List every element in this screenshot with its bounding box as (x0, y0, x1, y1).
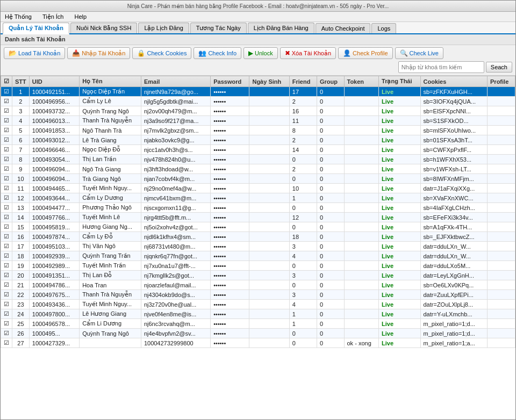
row-checkbox[interactable]: ☑ (1, 329, 12, 338)
row-checkbox[interactable]: ☑ (1, 193, 12, 203)
table-row[interactable]: ☑ 13 1000494477... Phương Thảo Ngô njscx… (1, 203, 515, 213)
table-row[interactable]: ☑ 14 1000497766... Tuyết Minh Lê njrg4tt… (1, 213, 515, 222)
delete-button[interactable]: ✖ Xóa Tài Khoản (280, 47, 336, 59)
table-row[interactable]: ☑ 18 1000492939... Quỳnh Trang Trần njqn… (1, 251, 515, 261)
table-row[interactable]: ☑ 12 1000493644... Cẩm Ly Dương njmcv641… (1, 193, 515, 203)
row-checkbox[interactable]: ☑ (1, 87, 12, 97)
table-row[interactable]: ☑ 3 1000493732... Quỳnh Trang Ngô nj2ov0… (1, 106, 515, 116)
row-checkbox[interactable]: ☑ (1, 290, 12, 300)
table-body: ☑ 1 1000492151... Ngọc Diệp Trần njnetN9… (1, 87, 515, 348)
table-row[interactable]: ☑ 24 1000497800... Lê Hương Giang njve0f… (1, 309, 515, 319)
row-uid: 1000491351... (29, 271, 79, 280)
row-name (80, 338, 141, 348)
row-checkbox[interactable]: ☑ (1, 300, 12, 309)
table-row[interactable]: ☑ 20 1000491351... Thị Lan Đỗ nj7kmgllk2… (1, 271, 515, 280)
menu-system[interactable]: Hệ Thống (3, 12, 34, 21)
table-row[interactable]: ☑ 1 1000492151... Ngọc Diệp Trần njnetN9… (1, 87, 515, 97)
table-row[interactable]: ☑ 25 1000496578... Cẩm Li Dương nj6nc3rc… (1, 319, 515, 329)
row-checkbox[interactable]: ☑ (1, 242, 12, 251)
table-row[interactable]: ☑ 9 1000496094... Ngô Trà Giang nj3hft3h… (1, 164, 515, 174)
row-checkbox[interactable]: ☑ (1, 155, 12, 164)
table-row[interactable]: ☑ 11 1000494465... Tuyết Minh Nguy... nj… (1, 184, 515, 193)
tab-lich-dang[interactable]: Lịch Đăng Bán Hàng (248, 23, 314, 33)
table-row[interactable]: ☑ 8 1000493054... Thị Lan Trần njv478h82… (1, 155, 515, 164)
tab-tuong-tac[interactable]: Tương Tác Ngày (190, 23, 247, 33)
row-status: Live (379, 319, 420, 329)
row-email: njoarzlefaul@mail... (141, 280, 210, 290)
table-row[interactable]: ☑ 19 1000492989... Tuyết Minh Trần nj7xu… (1, 261, 515, 271)
tab-auto-checkpoint[interactable]: Auto Checkpoint (316, 23, 371, 33)
live-label: Check Live (410, 50, 439, 56)
table-row[interactable]: ☑ 6 1000493012... Lê Trà Giang njabko3ov… (1, 135, 515, 145)
table-row[interactable]: ☑ 10 1000496094... Trà Giang Ngô njan7co… (1, 174, 515, 184)
row-friend: 18 (289, 232, 317, 242)
row-checkbox[interactable]: ☑ (1, 213, 12, 222)
row-cookies: sb=zFKFXuHGH... (420, 87, 488, 97)
check-info-button[interactable]: 👥 Check Info (194, 47, 241, 59)
tab-nuoi-nick[interactable]: Nuôi Nick Bằng SSH (70, 23, 137, 33)
table-row[interactable]: ☑ 17 1000495103... Thị Vân Ngô nj68731vt… (1, 242, 515, 251)
import-button[interactable]: 📥 Nhập Tài Khoản (67, 47, 130, 59)
row-email: njlg5g5gdbtk@mai... (141, 97, 210, 106)
table-row[interactable]: ☑ 21 1000494786... Hoa Tran njoarzlefaul… (1, 280, 515, 290)
toolbar: 📂 Load Tài Khoản 📥 Nhập Tài Khoản 🔒 Chec… (1, 45, 515, 76)
row-checkbox[interactable]: ☑ (1, 338, 12, 348)
row-status: Live (379, 174, 420, 184)
check-cookies-button[interactable]: 🔒 Check Cookies (132, 47, 191, 59)
check-profile-button[interactable]: 👤 Check Profile (338, 47, 392, 59)
row-checkbox[interactable]: ☑ (1, 232, 12, 242)
row-checkbox[interactable]: ☑ (1, 106, 12, 116)
table-row[interactable]: ☑ 4 1000496013... Thanh Trà Nguyễn nj3a9… (1, 116, 515, 126)
search-input[interactable] (398, 61, 484, 73)
row-checkbox[interactable]: ☑ (1, 280, 12, 290)
row-status: Live (379, 135, 420, 145)
table-row[interactable]: ☑ 7 1000496646... Ngọc Diệp Đỗ njcc1atv0… (1, 145, 515, 155)
row-uid: 1000497800... (29, 309, 79, 319)
table-row[interactable]: ☑ 27 1000427329... 100042732999800 •••••… (1, 338, 515, 348)
unlock-button[interactable]: ▶ Unlock (243, 47, 278, 59)
load-button[interactable]: 📂 Load Tài Khoản (4, 47, 65, 59)
table-row[interactable]: ☑ 15 1000495819... Hương Giang Ng... nj5… (1, 222, 515, 232)
check-live-button[interactable]: 🔍 Check Live (395, 47, 443, 59)
table-header-row: ☑ STT UID Họ Tên Email Password Ngày Sin… (1, 76, 515, 87)
row-friend: 0 (289, 155, 317, 164)
row-checkbox[interactable]: ☑ (1, 135, 12, 145)
tab-logs[interactable]: Logs (371, 23, 396, 33)
row-checkbox[interactable]: ☑ (1, 251, 12, 261)
row-checkbox[interactable]: ☑ (1, 309, 12, 319)
row-name: Quỳnh Trang Ngô (80, 106, 141, 116)
row-email: nj7xu0na1u7@fft-... (141, 261, 210, 271)
row-checkbox[interactable]: ☑ (1, 145, 12, 155)
row-profile (488, 271, 515, 280)
row-checkbox[interactable]: ☑ (1, 97, 12, 106)
row-checkbox[interactable]: ☑ (1, 271, 12, 280)
table-row[interactable]: ☑ 26 1000495... Quỳnh Trang Ngô nj4e4bvp… (1, 329, 515, 338)
table-row[interactable]: ☑ 16 1000497874... Cẩm Ly Đỗ njdl6k1kfhx… (1, 232, 515, 242)
search-button[interactable]: Seach (486, 62, 512, 73)
row-checkbox[interactable]: ☑ (1, 126, 12, 135)
row-checkbox[interactable]: ☑ (1, 261, 12, 271)
row-group: 0 (317, 319, 344, 329)
table-row[interactable]: ☑ 23 1000493436... Tuyết Minh Nguy... nj… (1, 300, 515, 309)
row-status: Live (379, 251, 420, 261)
row-password: •••••• (211, 97, 249, 106)
row-name: Thị Lan Trần (80, 155, 141, 164)
row-status: Live (379, 222, 420, 232)
row-checkbox[interactable]: ☑ (1, 174, 12, 184)
row-checkbox[interactable]: ☑ (1, 203, 12, 213)
table-row[interactable]: ☑ 2 1000496956... Cẩm Ly Lê njlg5g5gdbtk… (1, 97, 515, 106)
row-profile (488, 309, 515, 319)
row-checkbox[interactable]: ☑ (1, 116, 12, 126)
row-checkbox[interactable]: ☑ (1, 184, 12, 193)
row-uid: 1000496013... (29, 116, 79, 126)
row-checkbox[interactable]: ☑ (1, 319, 12, 329)
menu-help[interactable]: Help (72, 12, 89, 21)
row-status: Live (379, 116, 420, 126)
table-row[interactable]: ☑ 5 1000491853... Ngô Thanh Trà nj7mvlk2… (1, 126, 515, 135)
menu-utilities[interactable]: Tiện Ích (40, 12, 66, 21)
tab-lap-lich[interactable]: Lập Lịch Đăng (138, 23, 189, 33)
row-checkbox[interactable]: ☑ (1, 164, 12, 174)
row-checkbox[interactable]: ☑ (1, 222, 12, 232)
table-row[interactable]: ☑ 22 1000497675... Thanh Trà Nguyễn nj43… (1, 290, 515, 300)
tab-quan-ly[interactable]: Quản Lý Tài Khoản (3, 23, 69, 34)
